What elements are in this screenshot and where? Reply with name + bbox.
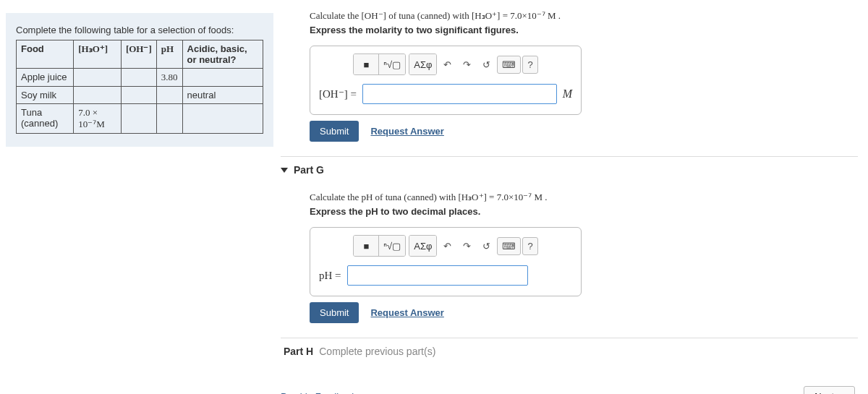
table-caption: Complete the following table for a selec…: [16, 25, 263, 35]
undo-button[interactable]: ↶: [438, 56, 456, 74]
food-table: Food [H₃O⁺] [OH⁻] pH Acidic, basic, or n…: [16, 40, 263, 134]
partg-request-answer-link[interactable]: Request Answer: [370, 307, 443, 318]
partg-answer-box: ■ ⁿ√▢ ΑΣφ ↶ ↷ ↺ ⌨ ? pH =: [310, 227, 582, 296]
partf-answer-input[interactable]: [362, 84, 557, 104]
sqrt-button[interactable]: ⁿ√▢: [378, 236, 405, 256]
table-row: Tuna (canned) 7.0 × 10⁻⁷M: [17, 104, 263, 134]
partg-instruction: Express the pH to two decimal places.: [310, 206, 858, 217]
partf-answer-box: ■ ⁿ√▢ ΑΣφ ↶ ↷ ↺ ⌨ ? [OH⁻] = M: [310, 46, 582, 115]
parth-note: Complete previous part(s): [319, 346, 435, 357]
partf-prompt: Calculate the [OH⁻] of tuna (canned) wit…: [310, 10, 858, 22]
parth-title: Part H: [284, 346, 313, 357]
col-ph: pH: [156, 40, 182, 69]
templates-button[interactable]: ■: [354, 54, 378, 74]
parth-header: Part H Complete previous part(s): [281, 338, 858, 364]
reset-button[interactable]: ↺: [477, 56, 495, 74]
greek-button[interactable]: ΑΣφ: [409, 236, 436, 256]
partf-request-answer-link[interactable]: Request Answer: [370, 126, 443, 137]
col-food: Food: [17, 40, 74, 69]
templates-button[interactable]: ■: [354, 236, 378, 256]
redo-button[interactable]: ↷: [458, 237, 476, 255]
equation-toolbar: ■ ⁿ√▢ ΑΣφ ↶ ↷ ↺ ⌨ ?: [319, 235, 572, 257]
reset-button[interactable]: ↺: [477, 237, 495, 255]
next-button[interactable]: Next: [804, 386, 855, 394]
keyboard-button[interactable]: ⌨: [497, 237, 521, 255]
partg-header[interactable]: Part G: [281, 156, 858, 183]
col-oh: [OH⁻]: [121, 40, 156, 69]
col-abn: Acidic, basic, or neutral?: [182, 40, 263, 69]
partf-answer-unit: M: [563, 87, 572, 100]
partf-instruction: Express the molarity to two significant …: [310, 25, 858, 35]
partg-prompt: Calculate the pH of tuna (canned) with […: [310, 192, 858, 203]
table-row: Soy milk neutral: [17, 87, 263, 104]
help-button[interactable]: ?: [522, 56, 537, 74]
equation-toolbar: ■ ⁿ√▢ ΑΣφ ↶ ↷ ↺ ⌨ ?: [319, 53, 572, 75]
provide-feedback-link[interactable]: Provide Feedback: [281, 391, 357, 394]
partg-answer-label: pH =: [319, 270, 341, 282]
undo-button[interactable]: ↶: [438, 237, 456, 255]
reference-table-panel: Complete the following table for a selec…: [6, 13, 273, 147]
keyboard-button[interactable]: ⌨: [497, 56, 521, 74]
partg-submit-button[interactable]: Submit: [310, 302, 359, 323]
greek-button[interactable]: ΑΣφ: [409, 54, 436, 74]
sqrt-button[interactable]: ⁿ√▢: [378, 54, 405, 74]
redo-button[interactable]: ↷: [458, 56, 476, 74]
help-button[interactable]: ?: [522, 237, 537, 255]
partg-title: Part G: [294, 164, 324, 176]
partg-answer-input[interactable]: [347, 265, 528, 286]
question-panel: Calculate the [OH⁻] of tuna (canned) wit…: [273, 0, 868, 394]
partf-answer-label: [OH⁻] =: [319, 87, 357, 100]
table-row: Apple juice 3.80: [17, 69, 263, 87]
partf-submit-button[interactable]: Submit: [310, 121, 359, 142]
chevron-down-icon: [281, 168, 288, 173]
col-h3o: [H₃O⁺]: [74, 40, 122, 69]
